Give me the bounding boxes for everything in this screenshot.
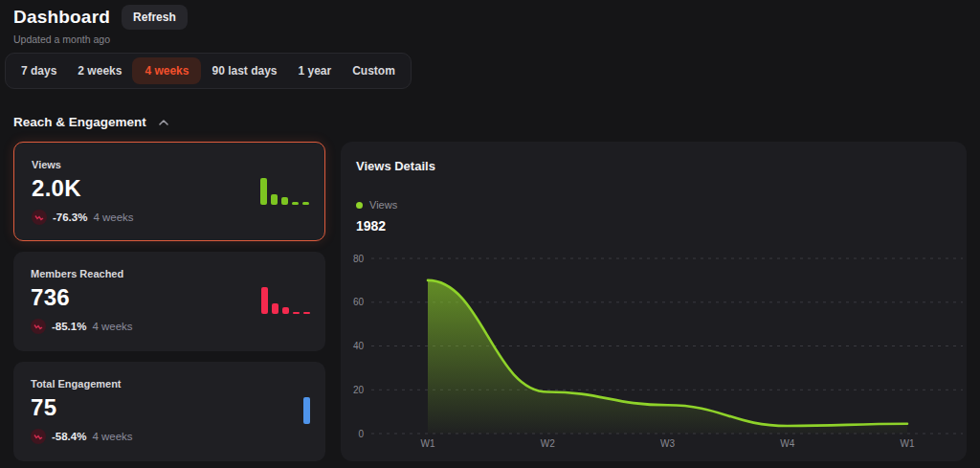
time-range-tabbar: 7 days 2 weeks 4 weeks 90 last days 1 ye… — [5, 53, 412, 89]
legend-dot — [356, 202, 363, 209]
tab-custom[interactable]: Custom — [342, 57, 406, 84]
panel-title: Views Details — [356, 159, 435, 173]
card-value: 75 — [31, 394, 308, 421]
section-title: Reach & Engagement — [13, 115, 146, 129]
views-sparkline — [260, 178, 309, 205]
svg-text:W3: W3 — [660, 438, 675, 449]
stat-card-views[interactable]: Views 2.0K -76.3% 4 weeks — [13, 142, 325, 241]
tab-90-last-days[interactable]: 90 last days — [201, 57, 287, 84]
tab-1-year[interactable]: 1 year — [288, 57, 343, 84]
header: Dashboard Refresh Updated a month ago — [13, 5, 188, 45]
legend-label: Views — [369, 199, 397, 211]
trend-period: 4 weeks — [92, 431, 132, 442]
trend-change: -76.3% — [53, 212, 87, 223]
card-label: Views — [32, 159, 307, 170]
card-label: Total Engagement — [31, 378, 308, 390]
refresh-button[interactable]: Refresh — [122, 5, 188, 30]
svg-text:80: 80 — [353, 254, 365, 264]
card-label: Members Reached — [31, 268, 308, 279]
stat-card-total-engagement[interactable]: Total Engagement 75 -58.4% 4 weeks — [13, 362, 325, 461]
tab-4-weeks[interactable]: 4 weeks — [132, 57, 201, 84]
page-title: Dashboard — [13, 7, 110, 28]
trend-period: 4 weeks — [93, 212, 133, 223]
svg-text:0: 0 — [358, 429, 364, 439]
trend-row: -85.1% 4 weeks — [31, 319, 308, 334]
views-details-panel: Views Details Views 1982 020406080W1W2W3… — [341, 142, 967, 461]
stat-cards: Views 2.0K -76.3% 4 weeks Members Reache… — [13, 142, 325, 461]
svg-text:20: 20 — [353, 385, 365, 395]
svg-text:40: 40 — [353, 341, 365, 351]
members-sparkline — [261, 287, 310, 314]
svg-text:W4: W4 — [780, 438, 794, 449]
tab-2-weeks[interactable]: 2 weeks — [67, 57, 132, 84]
svg-text:W1: W1 — [421, 438, 435, 449]
trend-change: -58.4% — [52, 431, 86, 442]
trend-down-icon — [31, 319, 46, 334]
chart-total-value: 1982 — [356, 218, 386, 234]
stat-card-members-reached[interactable]: Members Reached 736 -85.1% 4 weeks — [13, 252, 325, 351]
chart-legend: Views — [356, 199, 397, 211]
last-updated-text: Updated a month ago — [13, 33, 188, 45]
trend-down-icon — [31, 429, 46, 444]
trend-down-icon — [32, 210, 47, 225]
trend-row: -76.3% 4 weeks — [32, 210, 307, 225]
section-header: Reach & Engagement — [13, 115, 169, 129]
dashboard-page: Dashboard Refresh Updated a month ago 7 … — [0, 0, 980, 468]
trend-change: -85.1% — [52, 321, 86, 332]
trend-row: -58.4% 4 weeks — [31, 429, 308, 444]
trend-period: 4 weeks — [92, 321, 132, 332]
tab-7-days[interactable]: 7 days — [11, 57, 67, 84]
engagement-sparkline — [303, 397, 310, 424]
svg-text:60: 60 — [353, 297, 365, 307]
svg-text:W1: W1 — [901, 438, 915, 449]
views-area-chart: 020406080W1W2W3W4W1 — [350, 249, 967, 461]
svg-text:W2: W2 — [541, 438, 555, 449]
chevron-up-icon[interactable] — [158, 117, 169, 128]
